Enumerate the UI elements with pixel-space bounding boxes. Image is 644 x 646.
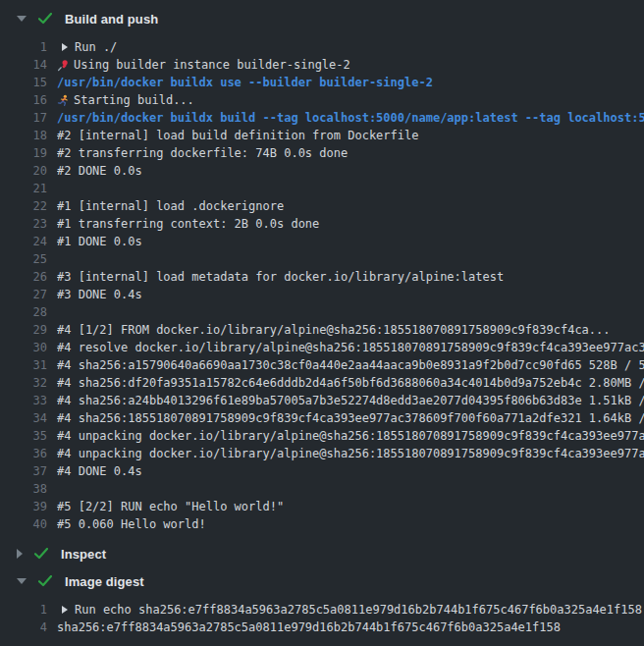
log-line: 40 #5 0.060 Hello world! bbox=[0, 515, 644, 533]
log-line: 23 #1 transferring context: 2B 0.0s done bbox=[0, 215, 644, 233]
check-icon bbox=[38, 575, 52, 587]
line-text: #4 sha256:185518070891758909c9f839cf4ca3… bbox=[57, 409, 644, 427]
log-line: 22 #1 [internal] load .dockerignore bbox=[0, 197, 644, 215]
line-number[interactable]: 26 bbox=[0, 270, 47, 284]
log-line: 24 #1 DONE 0.0s bbox=[0, 233, 644, 250]
line-text: #3 [internal] load metadata for docker.i… bbox=[57, 268, 644, 286]
log-line: 21 bbox=[0, 180, 644, 197]
line-number[interactable]: 32 bbox=[0, 376, 47, 390]
line-number[interactable]: 30 bbox=[0, 341, 47, 354]
section-header[interactable]: Image digest bbox=[0, 571, 644, 591]
log-line: 4 sha256:e7ff8834a5963a2785c5a0811e979d1… bbox=[0, 619, 644, 636]
line-number[interactable]: 35 bbox=[0, 429, 47, 443]
log-line: 20 #2 DONE 0.0s bbox=[0, 162, 644, 180]
line-number[interactable]: 38 bbox=[0, 482, 47, 496]
line-number[interactable]: 28 bbox=[0, 305, 47, 319]
line-number[interactable]: 27 bbox=[0, 288, 47, 301]
line-text: #1 [internal] load .dockerignore bbox=[57, 197, 644, 215]
log-line: 37 #4 DONE 0.4s bbox=[0, 462, 644, 480]
expand-run-icon[interactable] bbox=[62, 606, 68, 614]
log-section: Build and push 1 Run ./ 14 Using builder… bbox=[0, 9, 644, 533]
section-log: 1 Run echo sha256:e7ff8834a5963a2785c5a0… bbox=[0, 601, 644, 636]
log-line: 14 Using builder instance builder-single… bbox=[0, 56, 644, 74]
section-title: Inspect bbox=[61, 547, 106, 562]
line-number[interactable]: 4 bbox=[0, 620, 47, 634]
line-number[interactable]: 20 bbox=[0, 164, 47, 178]
runner-icon bbox=[56, 93, 70, 107]
line-text: #1 DONE 0.0s bbox=[57, 233, 644, 250]
line-text: Starting build... bbox=[74, 91, 644, 109]
line-text: /usr/bin/docker buildx build --tag local… bbox=[57, 109, 644, 127]
section-log: 1 Run ./ 14 Using builder instance build… bbox=[0, 38, 644, 533]
log-line: 19 #2 transferring dockerfile: 74B 0.0s … bbox=[0, 144, 644, 162]
line-text: #4 unpacking docker.io/library/alpine@sh… bbox=[57, 445, 644, 462]
line-text: #2 transferring dockerfile: 74B 0.0s don… bbox=[57, 144, 644, 162]
log-line: 34 #4 sha256:185518070891758909c9f839cf4… bbox=[0, 409, 644, 427]
line-text: /usr/bin/docker buildx use --builder bui… bbox=[57, 74, 644, 91]
line-number[interactable]: 33 bbox=[0, 394, 47, 407]
log-line: 33 #4 sha256:a24bb4013296f61e89ba57005a7… bbox=[0, 392, 644, 409]
log-line: 31 #4 sha256:a15790640a6690aa1730c38cf0a… bbox=[0, 356, 644, 374]
check-icon bbox=[38, 13, 52, 25]
section-title: Build and push bbox=[65, 12, 158, 27]
line-number[interactable]: 14 bbox=[0, 58, 47, 72]
line-text: #5 [2/2] RUN echo "Hello world!" bbox=[57, 498, 644, 515]
line-number[interactable]: 34 bbox=[0, 411, 47, 425]
line-text: #4 sha256:a15790640a6690aa1730c38cf0a440… bbox=[57, 356, 644, 374]
section-header[interactable]: Build and push bbox=[0, 9, 644, 28]
log-line: 39 #5 [2/2] RUN echo "Hello world!" bbox=[0, 498, 644, 515]
log-section: Inspect bbox=[0, 544, 644, 564]
line-number[interactable]: 31 bbox=[0, 358, 47, 372]
log-section: Image digest 1 Run echo sha256:e7ff8834a… bbox=[0, 571, 644, 636]
log-line: 38 bbox=[0, 480, 644, 498]
line-number[interactable]: 22 bbox=[0, 199, 47, 213]
line-number[interactable]: 24 bbox=[0, 235, 47, 248]
line-number[interactable]: 29 bbox=[0, 323, 47, 337]
line-text: #2 [internal] load build definition from… bbox=[57, 127, 644, 144]
line-number[interactable]: 18 bbox=[0, 129, 47, 142]
line-number[interactable]: 25 bbox=[0, 252, 47, 266]
collapse-section-icon[interactable] bbox=[17, 578, 27, 584]
log-line: 16 Starting build... bbox=[0, 91, 644, 109]
pushpin-icon bbox=[56, 58, 70, 72]
collapse-section-icon[interactable] bbox=[17, 16, 27, 22]
log-line: 29 #4 [1/2] FROM docker.io/library/alpin… bbox=[0, 321, 644, 339]
line-number[interactable]: 15 bbox=[0, 76, 47, 89]
line-number[interactable]: 40 bbox=[0, 517, 47, 531]
line-number[interactable]: 17 bbox=[0, 111, 47, 125]
line-text: #4 sha256:a24bb4013296f61e89ba57005a7b3e… bbox=[57, 392, 644, 409]
log-line: 1 Run ./ bbox=[0, 38, 644, 56]
line-number[interactable]: 23 bbox=[0, 217, 47, 231]
line-number[interactable]: 39 bbox=[0, 500, 47, 513]
line-number[interactable]: 36 bbox=[0, 447, 47, 460]
log-line: 36 #4 unpacking docker.io/library/alpine… bbox=[0, 445, 644, 462]
log-line: 30 #4 resolve docker.io/library/alpine@s… bbox=[0, 339, 644, 356]
log-line: 1 Run echo sha256:e7ff8834a5963a2785c5a0… bbox=[0, 601, 644, 619]
expand-section-icon[interactable] bbox=[17, 549, 23, 559]
section-title: Image digest bbox=[65, 574, 144, 589]
line-text: sha256:e7ff8834a5963a2785c5a0811e979d16b… bbox=[57, 619, 644, 636]
log-line: 18 #2 [internal] load build definition f… bbox=[0, 127, 644, 144]
expand-run-icon[interactable] bbox=[62, 43, 68, 51]
line-text: #1 transferring context: 2B 0.0s done bbox=[57, 215, 644, 233]
line-number[interactable]: 19 bbox=[0, 146, 47, 160]
log-line: 17 /usr/bin/docker buildx build --tag lo… bbox=[0, 109, 644, 127]
line-text: #4 resolve docker.io/library/alpine@sha2… bbox=[57, 339, 644, 356]
check-icon bbox=[34, 548, 48, 560]
line-number[interactable]: 16 bbox=[0, 93, 47, 107]
line-text: Run ./ bbox=[75, 38, 644, 56]
log-line: 28 bbox=[0, 303, 644, 321]
line-number[interactable]: 1 bbox=[0, 603, 47, 617]
line-number[interactable]: 1 bbox=[0, 40, 47, 54]
line-number[interactable]: 21 bbox=[0, 182, 47, 195]
line-text: Using builder instance builder-single-2 bbox=[74, 56, 644, 74]
log-line: 26 #3 [internal] load metadata for docke… bbox=[0, 268, 644, 286]
line-text: #2 DONE 0.0s bbox=[57, 162, 644, 180]
line-text: Run echo sha256:e7ff8834a5963a2785c5a081… bbox=[75, 601, 644, 619]
line-text: #4 sha256:df20fa9351a15782c64e6dddb2d4a6… bbox=[57, 374, 644, 392]
line-text: #4 DONE 0.4s bbox=[57, 462, 644, 480]
workflow-log-viewer: Build and push 1 Run ./ 14 Using builder… bbox=[0, 0, 644, 646]
line-number[interactable]: 37 bbox=[0, 464, 47, 478]
section-header[interactable]: Inspect bbox=[0, 544, 644, 564]
log-line: 25 bbox=[0, 250, 644, 268]
